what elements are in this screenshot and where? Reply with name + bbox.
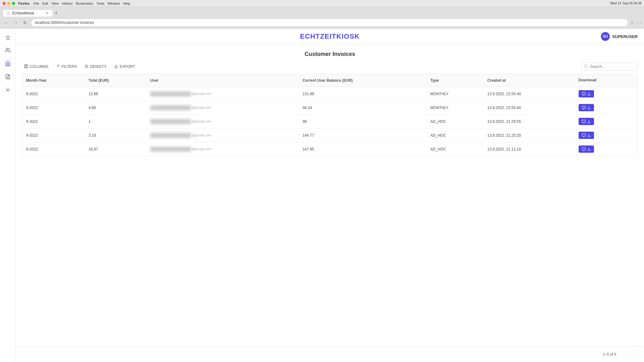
columns-button[interactable]: COLUMNS [22, 63, 50, 71]
density-label: DENSITY [90, 64, 106, 69]
pagination: 1–5 of 5 ‹ › [16, 346, 644, 362]
search-input[interactable] [590, 64, 634, 69]
cell-month-year: 9-2022 [22, 87, 85, 101]
export-icon [114, 64, 118, 69]
app-header: ECHTZEITKIOSK SU SUPERUSER [16, 29, 644, 45]
cell-total: 4.66 [85, 101, 147, 115]
sidebar-item-users[interactable] [2, 45, 14, 57]
download-button[interactable] [579, 132, 594, 139]
refresh-button[interactable]: ↻ [21, 19, 29, 26]
browser-chrome: Echtzeitkiosk ✕ + ← → ↻ localhost:3000/#… [0, 7, 644, 29]
user-name: SUPERUSER [612, 34, 638, 39]
download-button[interactable] [579, 90, 594, 97]
search-icon [584, 64, 588, 69]
app-logo: ECHTZEITKIOSK [300, 32, 360, 41]
cell-created: 13.9.2022, 21:29:55 [484, 115, 575, 129]
cell-created: 13.9.2022, 21:25:20 [484, 129, 575, 142]
cell-user: @gmail.com [147, 142, 299, 156]
export-button[interactable]: EXPORT [112, 63, 137, 71]
col-header-download: Download [575, 74, 638, 87]
cell-created: 13.9.2022, 22:55:40 [484, 101, 575, 115]
user-avatar: SU [601, 32, 610, 41]
filters-icon [56, 64, 60, 69]
cell-total: 16.87 [85, 142, 147, 156]
data-table: Month-Year Total (EUR) User Current User… [22, 74, 638, 156]
cell-month-year: 9-2022 [22, 101, 85, 115]
table-row: 9-2022 4.66 @gmail.com 94.34 MONTHLY 13.… [22, 101, 638, 115]
cell-user: @gmail.com [147, 87, 299, 101]
cell-month-year: 9-2022 [22, 142, 85, 156]
main-content: ECHTZEITKIOSK SU SUPERUSER Customer Invo… [16, 29, 644, 362]
svg-rect-27 [582, 134, 586, 136]
col-header-balance: Current User Balance (EUR) [299, 74, 426, 87]
cell-type: AD_HOC [427, 129, 484, 142]
cell-balance: 147.95 [299, 142, 426, 156]
table-row: 9-2022 1 @gmail.com 99 AD_HOC 13.9.2022,… [22, 115, 638, 129]
pagination-info: 1–5 of 5 [603, 352, 616, 357]
table-row: 9-2022 3.18 @gmail.com 144.77 AD_HOC 13.… [22, 129, 638, 142]
cell-download [575, 87, 638, 101]
sidebar: ☰ [0, 29, 16, 362]
download-button[interactable] [579, 145, 594, 153]
page-title: Customer Invoices [22, 51, 638, 58]
cell-user: @gmail.com [147, 115, 299, 129]
col-header-type: Type [427, 74, 484, 87]
browser-tab[interactable]: Echtzeitkiosk ✕ [3, 9, 53, 17]
col-header-total: Total (EUR) [85, 74, 147, 87]
cell-month-year: 9-2022 [22, 115, 85, 129]
forward-button[interactable]: → [12, 19, 19, 26]
tab-close-btn[interactable]: ✕ [46, 11, 49, 15]
svg-rect-23 [582, 120, 586, 123]
density-icon [84, 64, 89, 69]
table-toolbar: COLUMNS FILTERS DE [22, 63, 638, 71]
url-text: localhost:3000/#/customer-invoices [35, 20, 94, 25]
columns-label: COLUMNS [30, 64, 48, 69]
table-body: 9-2022 12.88 @gmail.com 131.89 MONTHLY 1… [22, 87, 638, 156]
table-row: 9-2022 16.87 @gmail.com 147.95 AD_HOC 13… [22, 142, 638, 156]
sidebar-item-home[interactable] [2, 58, 14, 70]
svg-line-14 [587, 67, 587, 68]
app-wrapper: ☰ [0, 29, 644, 362]
back-button[interactable]: ← [3, 19, 10, 26]
menu-icon: ☰ [6, 35, 10, 41]
avatar-initials: SU [603, 34, 608, 39]
svg-point-13 [585, 65, 587, 68]
url-bar[interactable]: localhost:3000/#/customer-invoices [31, 19, 628, 27]
pagination-prev[interactable]: ‹ [619, 350, 627, 359]
download-button[interactable] [579, 104, 594, 111]
download-button[interactable] [579, 118, 594, 125]
cell-user: @gmail.com [147, 129, 299, 142]
cell-user: @gmail.com [147, 101, 299, 115]
cell-download [575, 129, 638, 142]
svg-rect-4 [25, 64, 26, 68]
cell-type: MONTHLY [427, 101, 484, 115]
users-icon [5, 47, 11, 54]
cell-total: 3.18 [85, 129, 147, 142]
density-button[interactable]: DENSITY [82, 63, 108, 71]
svg-rect-5 [26, 64, 28, 68]
cell-balance: 131.89 [299, 87, 426, 101]
settings-icon [5, 87, 11, 94]
table-row: 9-2022 12.88 @gmail.com 131.89 MONTHLY 1… [22, 87, 638, 101]
svg-rect-15 [582, 92, 586, 95]
search-container [581, 63, 638, 71]
cell-download [575, 101, 638, 115]
cell-type: AD_HOC [427, 115, 484, 129]
col-header-created: Created at [484, 74, 575, 87]
cell-created: 13.9.2022, 21:11:10 [484, 142, 575, 156]
sidebar-item-settings[interactable] [2, 85, 14, 96]
pagination-next[interactable]: › [630, 350, 638, 359]
cell-total: 1 [85, 115, 147, 129]
cell-type: AD_HOC [427, 142, 484, 156]
col-header-user: User [147, 74, 299, 87]
filters-label: FILTERS [62, 64, 77, 69]
columns-icon [24, 64, 28, 69]
sidebar-item-docs[interactable] [2, 71, 14, 83]
filters-button[interactable]: FILTERS [54, 63, 79, 71]
cell-total: 12.88 [85, 87, 147, 101]
cell-balance: 94.34 [299, 101, 426, 115]
export-label: EXPORT [119, 64, 135, 69]
sidebar-item-menu[interactable]: ☰ [2, 32, 14, 44]
user-info: SU SUPERUSER [601, 32, 638, 41]
home-icon [5, 61, 11, 68]
